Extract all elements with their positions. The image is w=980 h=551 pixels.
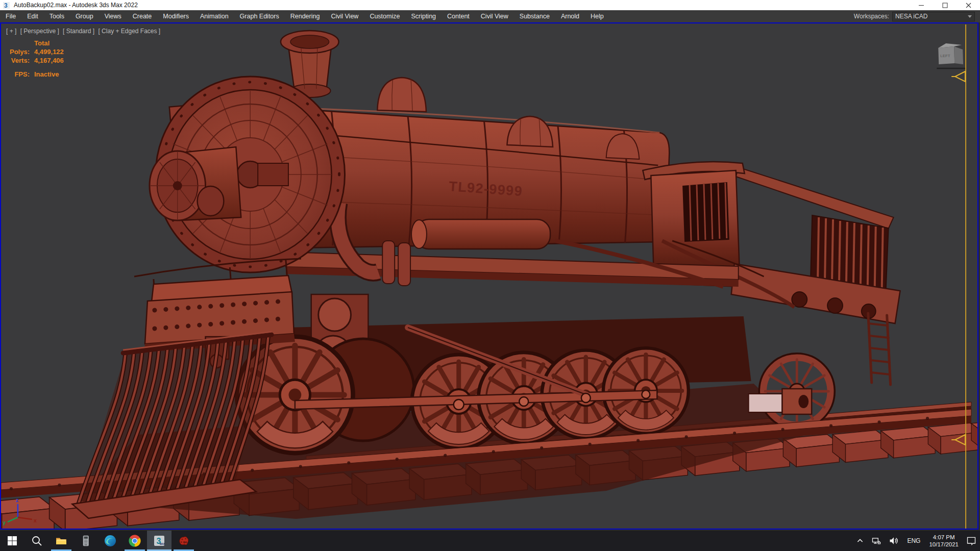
- tray-time: 4:07 PM: [929, 534, 959, 541]
- maximize-button[interactable]: [933, 0, 957, 10]
- search-icon: [31, 535, 43, 547]
- menu-item-customize[interactable]: Customize: [364, 13, 405, 20]
- app-icon-3ds-max: 3: [3, 2, 11, 9]
- menu-item-content[interactable]: Content: [442, 13, 475, 20]
- taskbar: 3 MAX 64: [0, 531, 980, 551]
- axle-box-light: [749, 394, 782, 412]
- helper-arrow-icon: [951, 71, 965, 82]
- tray-language-button[interactable]: ENG: [902, 537, 925, 544]
- 3ds-max-icon: 3 MAX: [153, 535, 165, 547]
- menu-item-civil-view[interactable]: Civil View: [325, 13, 364, 20]
- viewport-menu-standard[interactable]: [ Standard ]: [63, 28, 94, 35]
- cheat-engine-icon: 64: [178, 535, 190, 547]
- menu-item-civil-view-2[interactable]: Civil View: [475, 13, 514, 20]
- search-button[interactable]: [24, 531, 49, 551]
- menu-item-tools[interactable]: Tools: [44, 13, 70, 20]
- windows-logo-icon: [7, 535, 18, 546]
- taskbar-item-chrome[interactable]: [122, 531, 147, 551]
- edge-icon: [104, 535, 116, 547]
- tray-volume-button[interactable]: [885, 531, 902, 551]
- menu-item-scripting[interactable]: Scripting: [405, 13, 442, 20]
- start-button[interactable]: [0, 531, 24, 551]
- taskbar-item-edge[interactable]: [98, 531, 122, 551]
- helper-spline: [951, 24, 966, 529]
- viewport-menu-pov[interactable]: [ Perspective ]: [20, 28, 59, 35]
- viewport-menu-shading[interactable]: [ Clay + Edged Faces ]: [98, 28, 160, 35]
- svg-text:64: 64: [183, 541, 187, 544]
- axis-x-label: x: [34, 517, 37, 523]
- folder-icon: [55, 535, 67, 547]
- menu-bar: File Edit Tools Group Views Create Modif…: [0, 10, 980, 23]
- viewport-3d-scene[interactable]: TL92-9999: [1, 23, 977, 529]
- workspaces-label: Workspaces:: [854, 13, 889, 20]
- taskbar-item-calculator[interactable]: [74, 531, 98, 551]
- menu-item-help[interactable]: Help: [585, 13, 609, 20]
- tray-overflow-button[interactable]: [852, 531, 868, 551]
- menu-item-rendering[interactable]: Rendering: [285, 13, 326, 20]
- viewcube[interactable]: LEFT: [937, 43, 965, 68]
- minimize-button[interactable]: [910, 0, 933, 10]
- action-center-icon: [966, 536, 976, 546]
- stats-verts-label: Verts:: [6, 56, 30, 65]
- axis-y-label: y: [3, 519, 6, 525]
- chevron-up-icon: [856, 537, 864, 545]
- menu-item-edit[interactable]: Edit: [21, 13, 44, 20]
- menu-item-substance[interactable]: Substance: [514, 13, 555, 20]
- system-tray: ENG 4:07 PM 10/17/2021: [852, 531, 980, 551]
- viewport[interactable]: [ + ] [ Perspective ] [ Standard ] [ Cla…: [0, 22, 978, 530]
- tray-date: 10/17/2021: [929, 541, 959, 548]
- menu-item-graph-editors[interactable]: Graph Editors: [234, 13, 285, 20]
- rear-ladder: [868, 313, 891, 385]
- close-button[interactable]: [957, 0, 980, 10]
- viewport-menu-general[interactable]: [ + ]: [6, 28, 16, 35]
- statistics-overlay: Total Polys:4,499,122 Verts:4,167,406 FP…: [6, 39, 64, 79]
- window-title: AutoBackup02.max - Autodesk 3ds Max 2022: [14, 2, 910, 9]
- action-center-button[interactable]: [963, 531, 980, 551]
- speaker-icon: [889, 536, 899, 546]
- tray-network-button[interactable]: [868, 531, 885, 551]
- menu-item-arnold[interactable]: Arnold: [555, 13, 585, 20]
- menu-item-modifiers[interactable]: Modifiers: [157, 13, 194, 20]
- viewcube-face-label: LEFT: [940, 54, 950, 58]
- chrome-icon: [129, 535, 141, 547]
- svg-text:MAX: MAX: [160, 543, 165, 545]
- workspaces-dropdown[interactable]: NESA iCAD: [892, 12, 975, 21]
- taskbar-item-cheat-engine[interactable]: 64: [172, 531, 196, 551]
- axis-z-label: z: [16, 497, 19, 503]
- menu-item-animation[interactable]: Animation: [194, 13, 234, 20]
- menu-item-group[interactable]: Group: [70, 13, 99, 20]
- cab: [643, 162, 900, 323]
- stats-polys-value: 4,499,122: [34, 47, 64, 56]
- stats-fps-label: FPS:: [6, 70, 30, 79]
- taskbar-item-3ds-max[interactable]: 3 MAX: [147, 531, 172, 551]
- stats-total-label: Total: [34, 39, 50, 47]
- stats-fps-value: Inactive: [34, 70, 59, 79]
- taskbar-item-file-explorer[interactable]: [49, 531, 74, 551]
- chevron-down-icon: [968, 15, 972, 18]
- headlight: [150, 147, 241, 220]
- stats-polys-label: Polys:: [6, 47, 30, 56]
- menu-item-file[interactable]: File: [0, 13, 21, 20]
- title-bar: 3 AutoBackup02.max - Autodesk 3ds Max 20…: [0, 0, 980, 10]
- cowcatcher: [72, 332, 272, 518]
- tray-clock[interactable]: 4:07 PM 10/17/2021: [925, 534, 963, 548]
- menu-item-views[interactable]: Views: [99, 13, 127, 20]
- viewport-label: [ + ] [ Perspective ] [ Standard ] [ Cla…: [6, 28, 162, 35]
- network-icon: [871, 536, 881, 546]
- workspaces-value: NESA iCAD: [895, 13, 968, 20]
- menu-item-create[interactable]: Create: [127, 13, 158, 20]
- stats-verts-value: 4,167,406: [34, 56, 64, 65]
- svg-text:3: 3: [4, 2, 8, 9]
- calculator-icon: [80, 535, 92, 547]
